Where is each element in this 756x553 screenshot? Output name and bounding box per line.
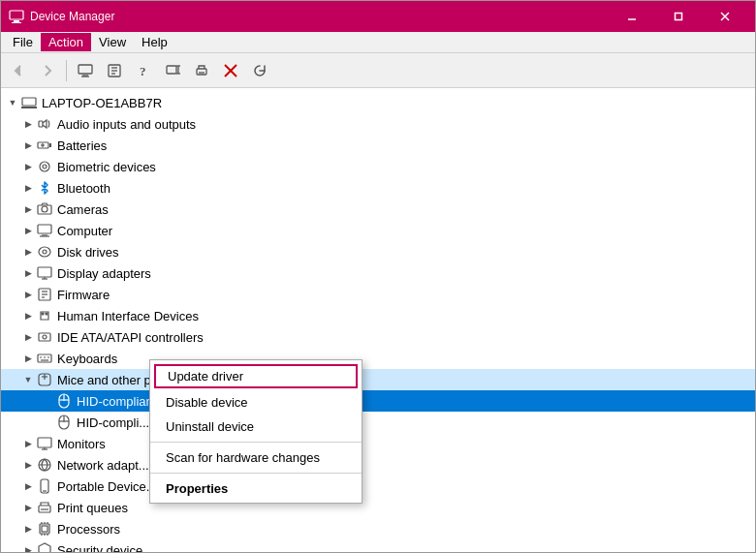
menu-view[interactable]: View <box>91 33 134 51</box>
close-button[interactable] <box>703 1 747 32</box>
svg-rect-73 <box>42 526 47 532</box>
tree-node-diskdrives[interactable]: ▶ Disk drives <box>1 241 755 262</box>
tree-node-laptop[interactable]: ▼ LAPTOP-OE1ABB7R <box>1 92 755 113</box>
expand-printq[interactable]: ▶ <box>20 500 36 515</box>
expand-hid[interactable]: ▶ <box>20 308 36 323</box>
title-bar: Device Manager <box>1 1 755 32</box>
tree-node-keyboards[interactable]: ▶ Keyboards <box>1 348 755 369</box>
node-label-keyboards: Keyboards <box>57 352 117 366</box>
tree-node-firmware[interactable]: ▶ Firmware <box>1 284 755 305</box>
tree-node-biometric[interactable]: ▶ Biometric devices <box>1 156 755 177</box>
expand-security[interactable]: ▶ <box>20 542 36 552</box>
tree-node-network[interactable]: ▶ Network adapt... <box>1 454 755 476</box>
node-label-network: Network adapt... <box>57 458 149 473</box>
computer-button[interactable] <box>72 57 99 84</box>
tree-panel[interactable]: ▼ LAPTOP-OE1ABB7R ▶ Audio inputs and out… <box>1 88 755 552</box>
tree-node-cameras[interactable]: ▶ Cameras <box>1 199 755 220</box>
delete-button[interactable] <box>217 57 244 84</box>
expand-batteries[interactable]: ▶ <box>20 138 36 153</box>
expand-processors[interactable]: ▶ <box>20 521 36 537</box>
expand-firmware[interactable]: ▶ <box>20 287 36 302</box>
tree-node-computer[interactable]: ▶ Computer <box>1 220 755 241</box>
svg-rect-15 <box>167 66 176 74</box>
expand-laptop[interactable]: ▼ <box>5 95 20 110</box>
tree-node-portable[interactable]: ▶ Portable Device... <box>1 476 755 497</box>
expand-audio[interactable]: ▶ <box>20 116 36 132</box>
node-label-cameras: Cameras <box>57 202 109 217</box>
tree-node-audio[interactable]: ▶ Audio inputs and outputs <box>1 113 755 135</box>
forward-button[interactable] <box>34 57 61 84</box>
keyboard-icon <box>36 350 53 367</box>
properties-button[interactable] <box>101 57 128 84</box>
tree-node-display[interactable]: ▶ Display adapters <box>1 262 755 284</box>
expand-diskdrives[interactable]: ▶ <box>20 244 36 260</box>
hid-icon <box>36 307 53 324</box>
ctx-scan-hardware[interactable]: Scan for hardware changes <box>150 445 362 470</box>
processor-icon <box>36 520 53 538</box>
window-title: Device Manager <box>30 10 610 23</box>
svg-rect-0 <box>10 11 23 19</box>
tree-node-hid[interactable]: ▶ Human Interface Devices <box>1 305 755 326</box>
menu-file[interactable]: File <box>5 33 41 51</box>
node-label-computer: Computer <box>57 224 112 238</box>
bluetooth-icon <box>36 179 53 197</box>
expand-display[interactable]: ▶ <box>20 265 36 281</box>
expand-ide[interactable]: ▶ <box>20 329 36 345</box>
expand-computer[interactable]: ▶ <box>20 223 36 238</box>
expand-network[interactable]: ▶ <box>20 457 36 473</box>
expand-biometric[interactable]: ▶ <box>20 159 36 174</box>
tree-node-ide[interactable]: ▶ IDE ATA/ATAPI controllers <box>1 326 755 348</box>
print-button[interactable] <box>188 57 215 84</box>
svg-text:?: ? <box>140 64 146 78</box>
node-label-biometric: Biometric devices <box>57 160 156 174</box>
ctx-uninstall-device[interactable]: Uninstall device <box>150 415 362 439</box>
tree-node-hid-compli[interactable]: HID-compli... <box>1 412 755 433</box>
node-label-bluetooth: Bluetooth <box>57 181 110 196</box>
laptop-icon <box>20 94 38 111</box>
tree-node-processors[interactable]: ▶ Processors <box>1 518 755 539</box>
expand-bluetooth[interactable]: ▶ <box>20 180 36 196</box>
ctx-update-driver[interactable]: Update driver <box>154 364 358 388</box>
node-label-display: Display adapters <box>57 266 151 281</box>
restore-button[interactable] <box>656 1 701 32</box>
back-button[interactable] <box>5 57 32 84</box>
security-icon <box>36 541 53 552</box>
hid-compli-icon <box>55 414 73 431</box>
svg-rect-51 <box>38 354 51 362</box>
tree-node-security[interactable]: ▶ Security device... <box>1 539 755 552</box>
expand-portable[interactable]: ▶ <box>20 478 36 494</box>
svg-point-50 <box>43 335 47 339</box>
ctx-properties[interactable]: Properties <box>150 476 362 501</box>
network-icon <box>36 456 53 474</box>
tree-node-monitors[interactable]: ▶ Monitors <box>1 433 755 454</box>
scan-button[interactable] <box>159 57 186 84</box>
expand-mice[interactable]: ▼ <box>20 372 36 387</box>
menu-help[interactable]: Help <box>134 33 175 51</box>
toolbar: ? <box>1 53 755 88</box>
tree-node-mice[interactable]: ▼ Mice and other pointing devices <box>1 369 755 390</box>
menu-action[interactable]: Action <box>41 33 91 51</box>
expand-monitors[interactable]: ▶ <box>20 436 36 451</box>
content-area: ▼ LAPTOP-OE1ABB7R ▶ Audio inputs and out… <box>1 88 755 552</box>
expand-keyboards[interactable]: ▶ <box>20 351 36 366</box>
tree-node-bluetooth[interactable]: ▶ Bluetooth <box>1 177 755 199</box>
tree-node-printq[interactable]: ▶ Print queues <box>1 497 755 518</box>
tree-node-hid-mouse[interactable]: HID-compliant mouse <box>1 390 755 412</box>
ctx-disable-device[interactable]: Disable device <box>150 390 362 415</box>
node-label-processors: Processors <box>57 522 120 537</box>
svg-point-31 <box>40 162 49 171</box>
battery-icon <box>36 137 53 154</box>
ide-icon <box>36 328 53 346</box>
svg-point-34 <box>42 206 47 212</box>
device-manager-window: Device Manager File Action View Help <box>0 0 756 553</box>
expand-cameras[interactable]: ▶ <box>20 201 36 217</box>
svg-point-39 <box>43 250 47 254</box>
minimize-button[interactable] <box>610 1 654 32</box>
tree-node-batteries[interactable]: ▶ Batteries <box>1 135 755 156</box>
svg-rect-35 <box>38 225 51 233</box>
svg-rect-25 <box>39 121 43 127</box>
node-label-monitors: Monitors <box>57 437 106 451</box>
node-label-batteries: Batteries <box>57 138 107 153</box>
refresh-button[interactable] <box>246 57 273 84</box>
help-button[interactable]: ? <box>130 57 157 84</box>
